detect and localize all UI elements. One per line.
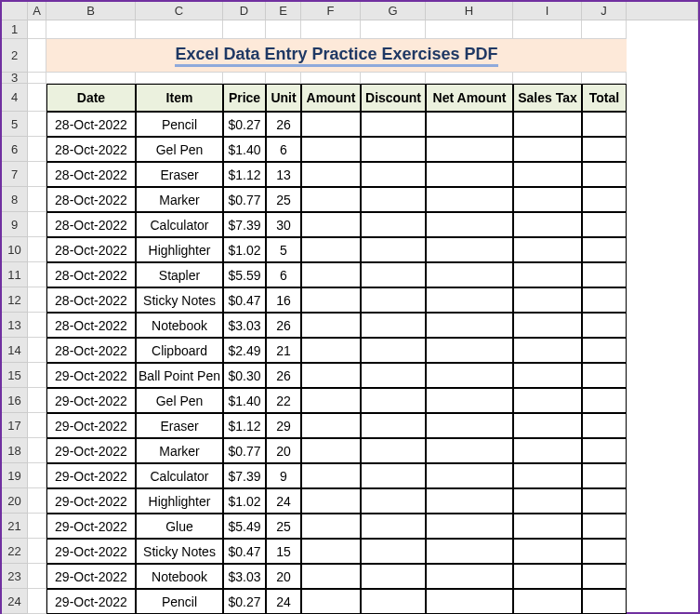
table-cell[interactable] bbox=[582, 187, 627, 212]
table-cell[interactable] bbox=[582, 488, 627, 514]
cell[interactable] bbox=[28, 262, 46, 287]
row-header-2[interactable]: 2 bbox=[2, 39, 28, 73]
table-cell[interactable]: $5.49 bbox=[223, 514, 266, 539]
table-header[interactable]: Amount bbox=[301, 84, 361, 112]
table-cell[interactable] bbox=[513, 589, 582, 614]
cell[interactable] bbox=[28, 187, 46, 212]
table-cell[interactable] bbox=[582, 413, 627, 438]
cell[interactable] bbox=[28, 363, 46, 388]
col-header-C[interactable]: C bbox=[136, 2, 223, 20]
table-cell[interactable]: 29-Oct-2022 bbox=[46, 438, 136, 463]
table-cell[interactable]: Highlighter bbox=[136, 488, 223, 514]
table-cell[interactable] bbox=[426, 112, 513, 137]
table-cell[interactable] bbox=[513, 338, 582, 363]
table-cell[interactable] bbox=[301, 137, 361, 162]
table-cell[interactable]: Calculator bbox=[136, 212, 223, 237]
table-cell[interactable]: 9 bbox=[266, 463, 301, 488]
table-cell[interactable]: Highlighter bbox=[136, 237, 223, 262]
table-cell[interactable]: Ball Point Pen bbox=[136, 363, 223, 388]
cell[interactable] bbox=[28, 438, 46, 463]
row-header-7[interactable]: 7 bbox=[2, 162, 28, 187]
cell[interactable] bbox=[46, 73, 136, 84]
table-cell[interactable]: $3.03 bbox=[223, 313, 266, 338]
table-cell[interactable] bbox=[301, 162, 361, 187]
table-cell[interactable]: 29-Oct-2022 bbox=[46, 463, 136, 488]
table-cell[interactable]: 29-Oct-2022 bbox=[46, 589, 136, 614]
table-cell[interactable]: $1.02 bbox=[223, 237, 266, 262]
table-cell[interactable] bbox=[301, 413, 361, 438]
row-header-20[interactable]: 20 bbox=[2, 488, 28, 514]
table-cell[interactable]: $0.47 bbox=[223, 539, 266, 564]
table-cell[interactable] bbox=[426, 539, 513, 564]
table-cell[interactable] bbox=[426, 212, 513, 237]
table-cell[interactable]: $0.30 bbox=[223, 363, 266, 388]
cell[interactable] bbox=[136, 20, 223, 39]
table-cell[interactable] bbox=[361, 162, 426, 187]
table-cell[interactable] bbox=[513, 438, 582, 463]
row-header-13[interactable]: 13 bbox=[2, 313, 28, 338]
cell[interactable] bbox=[28, 313, 46, 338]
cell[interactable] bbox=[28, 539, 46, 564]
table-cell[interactable] bbox=[361, 539, 426, 564]
row-header-10[interactable]: 10 bbox=[2, 237, 28, 262]
table-cell[interactable] bbox=[301, 514, 361, 539]
table-cell[interactable]: $7.39 bbox=[223, 463, 266, 488]
table-cell[interactable] bbox=[301, 388, 361, 413]
table-cell[interactable] bbox=[513, 313, 582, 338]
cell[interactable] bbox=[28, 39, 46, 73]
table-cell[interactable] bbox=[513, 212, 582, 237]
table-cell[interactable]: $0.27 bbox=[223, 112, 266, 137]
cell[interactable] bbox=[28, 212, 46, 237]
cell[interactable] bbox=[223, 73, 266, 84]
cell[interactable] bbox=[28, 514, 46, 539]
table-cell[interactable]: 29-Oct-2022 bbox=[46, 488, 136, 514]
table-cell[interactable] bbox=[513, 112, 582, 137]
table-cell[interactable]: 6 bbox=[266, 137, 301, 162]
table-cell[interactable]: Glue bbox=[136, 514, 223, 539]
table-cell[interactable] bbox=[582, 137, 627, 162]
table-cell[interactable] bbox=[426, 262, 513, 287]
table-header[interactable]: Date bbox=[46, 84, 136, 112]
table-cell[interactable]: 29-Oct-2022 bbox=[46, 564, 136, 589]
table-header[interactable]: Unit bbox=[266, 84, 301, 112]
table-cell[interactable] bbox=[426, 137, 513, 162]
table-cell[interactable]: Eraser bbox=[136, 162, 223, 187]
cell[interactable] bbox=[426, 20, 513, 39]
table-cell[interactable] bbox=[582, 363, 627, 388]
table-cell[interactable]: 28-Oct-2022 bbox=[46, 262, 136, 287]
select-all-corner[interactable] bbox=[2, 2, 28, 20]
table-cell[interactable]: $0.77 bbox=[223, 438, 266, 463]
table-cell[interactable] bbox=[426, 237, 513, 262]
table-cell[interactable]: 30 bbox=[266, 212, 301, 237]
table-cell[interactable]: Pencil bbox=[136, 589, 223, 614]
col-header-A[interactable]: A bbox=[28, 2, 46, 20]
table-cell[interactable]: $1.02 bbox=[223, 488, 266, 514]
row-header-4[interactable]: 4 bbox=[2, 84, 28, 112]
table-cell[interactable] bbox=[513, 187, 582, 212]
table-cell[interactable]: 28-Oct-2022 bbox=[46, 287, 136, 313]
table-cell[interactable] bbox=[426, 338, 513, 363]
cell[interactable] bbox=[28, 564, 46, 589]
table-cell[interactable] bbox=[582, 589, 627, 614]
table-cell[interactable] bbox=[513, 564, 582, 589]
row-header-21[interactable]: 21 bbox=[2, 514, 28, 539]
table-cell[interactable]: $0.47 bbox=[223, 287, 266, 313]
table-header[interactable]: Sales Tax bbox=[513, 84, 582, 112]
table-cell[interactable] bbox=[361, 438, 426, 463]
table-cell[interactable] bbox=[582, 262, 627, 287]
table-cell[interactable] bbox=[301, 363, 361, 388]
table-cell[interactable] bbox=[513, 287, 582, 313]
row-header-8[interactable]: 8 bbox=[2, 187, 28, 212]
table-cell[interactable] bbox=[426, 413, 513, 438]
col-header-G[interactable]: G bbox=[361, 2, 426, 20]
table-cell[interactable] bbox=[513, 514, 582, 539]
row-header-18[interactable]: 18 bbox=[2, 438, 28, 463]
table-cell[interactable]: 29 bbox=[266, 413, 301, 438]
cell[interactable] bbox=[426, 73, 513, 84]
table-cell[interactable] bbox=[361, 313, 426, 338]
table-cell[interactable] bbox=[582, 463, 627, 488]
table-cell[interactable] bbox=[513, 388, 582, 413]
table-cell[interactable]: 20 bbox=[266, 438, 301, 463]
table-cell[interactable] bbox=[426, 363, 513, 388]
cell[interactable] bbox=[46, 20, 136, 39]
